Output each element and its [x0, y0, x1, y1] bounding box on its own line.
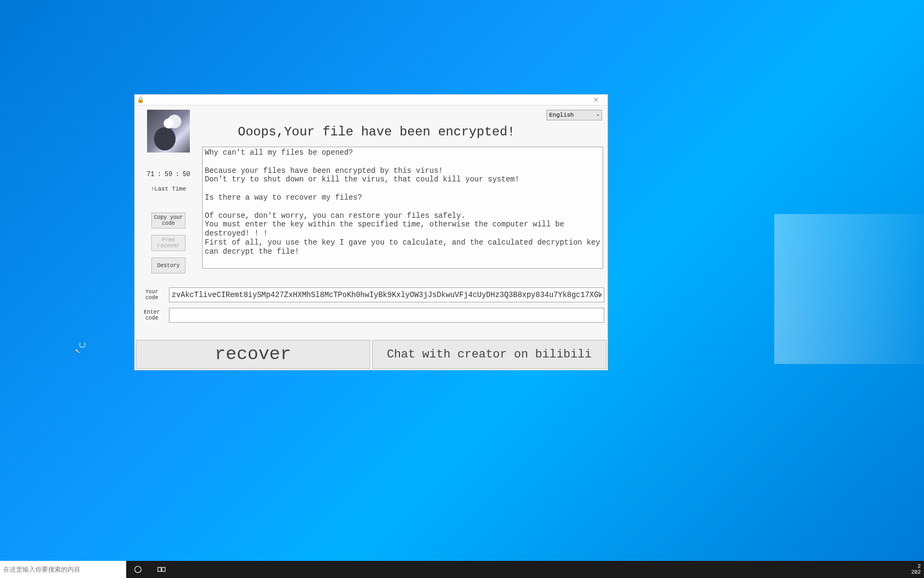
close-button[interactable]: ✕ — [586, 95, 605, 105]
clock-line-1: 2 — [911, 564, 921, 569]
busy-spinner-icon — [79, 341, 86, 348]
timer-minutes: 59 — [165, 171, 172, 178]
enter-code-input[interactable] — [169, 308, 604, 323]
ransom-message-textbox[interactable]: Why can't all my files be opened? Becaus… — [202, 147, 603, 269]
enter-code-row: Enter code — [138, 308, 604, 323]
taskbar: 在这里输入你要搜索的内容 2 202 — [0, 561, 924, 578]
svg-rect-2 — [162, 567, 165, 572]
svg-point-0 — [135, 566, 141, 573]
chat-with-creator-button[interactable]: Chat with creator on bilibili — [372, 340, 606, 369]
your-code-row: Your code — [138, 287, 604, 302]
taskbar-clock[interactable]: 2 202 — [911, 564, 924, 575]
timer-seconds: 50 — [182, 171, 190, 178]
recover-button[interactable]: recover — [136, 340, 370, 369]
destory-button[interactable]: Destory — [151, 257, 186, 273]
ransom-title: Ooops,Your file have been encrypted! — [150, 125, 603, 139]
countdown-timer: 71 : 59 : 50 — [147, 171, 190, 178]
your-code-input[interactable] — [169, 287, 604, 302]
your-code-label: Your code — [138, 289, 166, 301]
svg-rect-1 — [158, 567, 161, 572]
ransom-window: 🔒 ✕ 71 : 59 : 50 ↑Last Time Copy your co… — [134, 94, 608, 370]
language-select[interactable]: English ▾ — [546, 110, 602, 120]
timer-hours: 71 — [147, 171, 154, 178]
language-select-value: English — [549, 112, 574, 118]
last-time-label: ↑Last Time — [151, 186, 186, 192]
windows-10-light-accent — [774, 214, 924, 364]
big-buttons-row: recover Chat with creator on bilibili — [135, 340, 607, 370]
cortana-circle-icon[interactable] — [126, 561, 150, 578]
clock-line-2: 202 — [911, 569, 921, 575]
lock-icon: 🔒 — [137, 96, 144, 103]
chevron-down-icon: ▾ — [597, 112, 599, 118]
task-view-icon[interactable] — [150, 561, 173, 578]
right-column: English ▾ Ooops,Your file have been encr… — [198, 110, 603, 279]
enter-code-label: Enter code — [138, 309, 166, 321]
window-body: 71 : 59 : 50 ↑Last Time Copy your code F… — [135, 105, 607, 279]
free-recover-button[interactable]: Free recover — [151, 235, 186, 251]
code-rows: Your code Enter code — [135, 279, 607, 323]
copy-your-code-button[interactable]: Copy your code — [151, 212, 186, 229]
taskbar-search-input[interactable]: 在这里输入你要搜索的内容 — [0, 561, 126, 578]
window-titlebar: 🔒 ✕ — [135, 95, 607, 105]
